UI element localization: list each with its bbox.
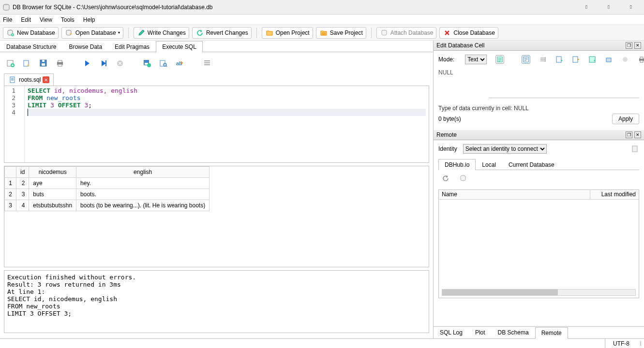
results-header-nicodemus[interactable]: nicodemus (29, 167, 76, 178)
execute-icon[interactable] (82, 58, 92, 68)
open-project-button[interactable]: Open Project (262, 27, 313, 39)
menu-help[interactable]: Help (83, 16, 95, 23)
svg-point-18 (147, 63, 151, 67)
remote-panel-header: Remote ❐ ✕ (434, 130, 644, 140)
close-tab-icon[interactable]: ✕ (43, 76, 49, 83)
statusbar: UTF-8 ⁞ (0, 338, 644, 348)
window-title: DB Browser for SQLite - C:\Users\johnw\s… (13, 4, 213, 11)
dropdown-icon: ▾ (118, 30, 120, 35)
revert-changes-button[interactable]: Revert Changes (192, 27, 252, 39)
tab-db-schema[interactable]: DB Schema (492, 327, 535, 338)
scrollbar[interactable] (442, 289, 636, 296)
undock-icon[interactable]: ❐ (626, 42, 632, 49)
tab-sql-log[interactable]: SQL Log (434, 327, 469, 338)
table-row[interactable]: 1 2 aye hey. (5, 178, 210, 189)
new-tab-icon[interactable] (6, 58, 15, 68)
rtl-icon[interactable] (539, 55, 547, 64)
sql-toolbar: ab (4, 56, 429, 71)
tab-remote[interactable]: Remote (535, 327, 568, 339)
tab-local[interactable]: Local (476, 159, 502, 170)
find-replace-icon[interactable]: ab (175, 58, 185, 68)
mode-select[interactable]: Text (465, 55, 487, 64)
identity-label: Identity (438, 145, 457, 152)
save-project-button[interactable]: Save Project (316, 27, 366, 39)
svg-rect-31 (640, 57, 643, 59)
edit-cell-panel-header: Edit Database Cell ❐ ✕ (434, 41, 644, 51)
file-tab-roots[interactable]: roots.sql ✕ (4, 73, 54, 86)
encoding-indicator[interactable]: UTF-8 (605, 339, 637, 348)
svg-rect-27 (589, 57, 595, 62)
menu-file[interactable]: File (3, 16, 12, 23)
text-view-icon[interactable] (522, 55, 530, 64)
results-corner[interactable] (5, 167, 16, 178)
editor-code[interactable]: SELECT id, nicodemus, englishFROM new_ro… (25, 86, 429, 162)
print-cell-icon[interactable] (638, 55, 644, 64)
print-icon[interactable] (55, 58, 65, 68)
tab-edit-pragmas[interactable]: Edit Pragmas (108, 41, 156, 52)
tab-database-structure[interactable]: Database Structure (0, 41, 62, 52)
svg-rect-13 (58, 64, 62, 66)
save-results-icon[interactable] (142, 58, 152, 68)
tab-execute-sql[interactable]: Execute SQL (156, 41, 203, 52)
svg-rect-9 (42, 63, 45, 66)
attach-database-button[interactable]: Attach Database (376, 27, 437, 39)
results-header-id[interactable]: id (16, 167, 29, 178)
remote-col-modified[interactable]: Last modified (590, 190, 639, 199)
save-file-icon[interactable] (39, 58, 48, 68)
undock-icon[interactable]: ❐ (626, 131, 632, 138)
tab-current-db[interactable]: Current Database (502, 159, 561, 170)
resize-grip-icon[interactable]: ⁞ (637, 340, 644, 347)
separator (256, 28, 257, 38)
null-icon[interactable] (588, 55, 596, 64)
clear-icon[interactable] (621, 55, 629, 64)
titlebar: DB Browser for SQLite - C:\Users\johnw\s… (0, 0, 644, 14)
tab-browse-data[interactable]: Browse Data (62, 41, 108, 52)
tab-plot[interactable]: Plot (469, 327, 492, 338)
clone-icon[interactable] (459, 174, 467, 183)
remote-col-name[interactable]: Name (439, 190, 590, 199)
attach-database-icon (380, 29, 389, 37)
write-changes-button[interactable]: Write Changes (134, 27, 189, 39)
minimize-button[interactable]:  (575, 0, 598, 14)
maximize-button[interactable]:  (598, 0, 620, 14)
format-icon[interactable] (495, 55, 504, 64)
indent-icon[interactable] (202, 58, 212, 68)
svg-rect-32 (640, 60, 643, 62)
edit-cell-panel-body: Mode: Text NULL Type of data (434, 51, 644, 128)
apply-button[interactable]: Apply (612, 114, 639, 124)
find-icon[interactable] (159, 58, 168, 68)
table-row[interactable]: 3 4 etsbutsbutsshn boots (to be wearing.… (5, 200, 210, 211)
open-file-icon[interactable] (22, 58, 32, 68)
execution-log[interactable]: Execution finished without errors. Resul… (4, 270, 429, 333)
svg-rect-10 (42, 60, 45, 62)
window-controls:    (575, 0, 642, 14)
certificate-icon[interactable] (630, 145, 639, 153)
import-icon[interactable] (555, 55, 563, 64)
identity-select[interactable]: Select an identity to connect (463, 144, 547, 154)
close-panel-icon[interactable]: ✕ (634, 42, 641, 49)
app-icon (2, 3, 11, 12)
menu-view[interactable]: View (40, 16, 52, 23)
export-icon[interactable] (572, 55, 580, 64)
results-pane[interactable]: id nicodemus english 1 2 aye hey. 2 3 bu… (4, 166, 429, 267)
close-database-icon (443, 29, 451, 37)
cell-editor[interactable] (489, 69, 639, 98)
open-database-icon (65, 29, 74, 37)
close-button[interactable]:  (620, 0, 642, 14)
new-database-button[interactable]: New Database (3, 27, 59, 39)
remote-file-list[interactable]: Name Last modified (438, 189, 639, 298)
open-external-icon[interactable] (605, 55, 613, 64)
tab-dbhub[interactable]: DBHub.io (438, 159, 476, 170)
close-panel-icon[interactable]: ✕ (634, 131, 641, 138)
menu-edit[interactable]: Edit (21, 16, 31, 23)
bottom-panel-tabs: SQL Log Plot DB Schema Remote (434, 326, 644, 338)
results-header-english[interactable]: english (76, 167, 210, 178)
refresh-icon[interactable] (441, 174, 450, 183)
execute-line-icon[interactable] (99, 58, 108, 68)
table-row[interactable]: 2 3 buts boots. (5, 189, 210, 200)
open-database-button[interactable]: Open Database ▾ (61, 27, 123, 39)
close-database-button[interactable]: Close Database (439, 27, 498, 39)
stop-icon[interactable] (115, 58, 125, 68)
menu-tools[interactable]: Tools (61, 16, 75, 23)
sql-editor[interactable]: 1 2 3 4 SELECT id, nicodemus, englishFRO… (4, 86, 429, 163)
